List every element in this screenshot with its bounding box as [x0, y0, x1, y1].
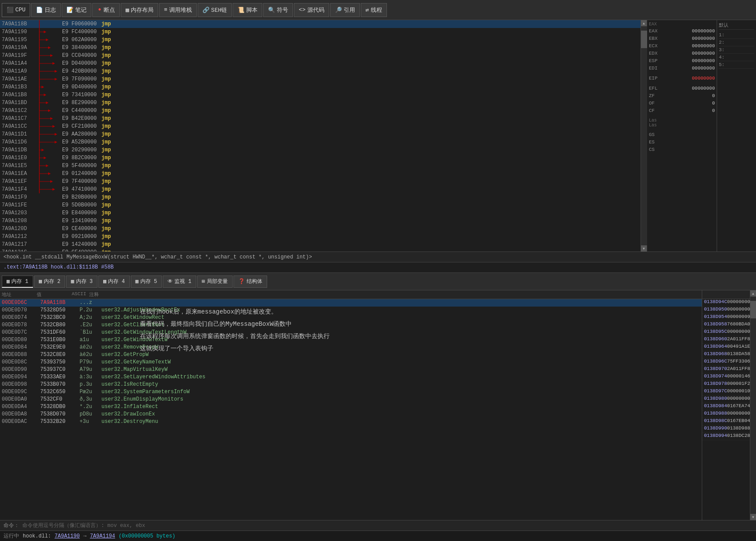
disasm-row[interactable]: 7A9A1203 E9 E8400000 jmp	[0, 209, 641, 217]
disasm-row[interactable]: 7A9A11A4 E9 D0400000 jmp	[0, 59, 641, 67]
mem-vscroll[interactable]: ▲ ▼	[750, 290, 756, 520]
disasm-vscroll[interactable]: ▲ ▼	[641, 20, 647, 251]
disasm-branch	[37, 20, 61, 28]
annot-val: 00000000	[727, 396, 750, 403]
scroll-thumb[interactable]	[641, 31, 647, 48]
mem-scroll-down[interactable]: ▼	[750, 514, 756, 520]
toolbar-seh-button[interactable]: 🔗 SEH链	[198, 3, 232, 17]
disasm-row[interactable]: 7A9A11D6 E9 A52B0000 jmp	[0, 138, 641, 146]
mem-row[interactable]: 00DE0D6C 7A9A118B ...z	[0, 299, 702, 307]
mem-row[interactable]: 00DE0DAC 75332B20 +3u user32.DestroyMenu	[0, 418, 702, 426]
toolbar-log-button[interactable]: 📄 日志	[31, 3, 61, 17]
mem-tab-2[interactable]: ▦ 内存 2	[34, 276, 66, 288]
disasm-row[interactable]: 7A9A11E0 E9 8B2C0000 jmp	[0, 154, 641, 162]
reg-es-name: ES	[649, 139, 666, 146]
disasm-row[interactable]: 7A9A119F E9 CC040000 jmp	[0, 52, 641, 59]
scroll-up-btn[interactable]: ▲	[641, 20, 647, 26]
mem-row[interactable]: 00DE0D9C 7532C650 Pæ2u user32.SystemPara…	[0, 388, 702, 396]
scroll-down-btn[interactable]: ▼	[641, 245, 647, 251]
mem-val-cell: 7538D070	[39, 411, 79, 418]
disasm-row[interactable]: 7A9A1217 E9 14240000 jmp	[0, 241, 641, 248]
toolbar-script-button[interactable]: 📜 脚本	[233, 3, 262, 17]
disasm-row[interactable]: 7A9A1212 E9 09210000 jmp	[0, 233, 641, 241]
disasm-row[interactable]: 7A9A11AE E9 7F090000 jmp	[0, 75, 641, 83]
mem-scroll-thumb[interactable]	[750, 301, 756, 318]
disasm-row[interactable]: 7A9A11D1 E9 AA280000 jmp	[0, 130, 641, 138]
disasm-row[interactable]: 7A9A1190 E9 FC400000 jmp	[0, 28, 641, 36]
toolbar-memlayout-button[interactable]: ▦ 内存布局	[121, 3, 158, 17]
mem-row[interactable]: 00DE0D94 75333AE0 à:3u user32.SetLayered…	[0, 373, 702, 381]
mem-row[interactable]: 00DE0DA8 7538D070 pD8u user32.DrawIconEx	[0, 411, 702, 418]
toolbar-notes-button[interactable]: 📝 笔记	[62, 3, 91, 17]
toolbar-refs-button[interactable]: 🔎 引用	[330, 3, 360, 17]
disasm-row[interactable]: 7A9A1208 E9 13410000 jmp	[0, 217, 641, 225]
disasm-row[interactable]: 7A9A11B8 E9 73410000 jmp	[0, 91, 641, 99]
status-addr2-link[interactable]: 7A9A1194	[90, 533, 115, 539]
mem-tab-1[interactable]: ▦ 内存 1	[2, 276, 33, 288]
status-line: 运行中 hook.dll: 7A9A1190 → 7A9A1194 (0x000…	[0, 531, 756, 541]
mem-val-cell: 75332B20	[39, 418, 79, 426]
toolbar-symbols-button[interactable]: 🔍 符号	[263, 3, 293, 17]
mem-scroll-track[interactable]	[750, 297, 756, 514]
status-addr1-link[interactable]: 7A9A1190	[55, 533, 80, 539]
reg-cf-val: 0	[712, 107, 715, 115]
toolbar-source-button[interactable]: <> 源代码	[294, 3, 329, 17]
mem-val-cell: 75323BC0	[39, 314, 79, 321]
reg-eax-val: 00000000	[692, 28, 715, 35]
disasm-operand	[120, 20, 641, 28]
disasm-row[interactable]: 7A9A120D E9 CE400000 jmp	[0, 225, 641, 233]
mem-row[interactable]: 00DE0D7C 7531DF60 `Blu user32.GetWindowT…	[0, 329, 702, 336]
mem-row[interactable]: 00DE0D90 753937C0 A79u user32.MapVirtual…	[0, 366, 702, 373]
disasm-addr: 7A9A11A9	[0, 67, 37, 75]
disasm-row[interactable]: 7A9A121C E9 CF400000 jmp	[0, 248, 641, 251]
mem-row[interactable]: 00DE0D98 7533B070 p.3u user32.IsRectEmpt…	[0, 381, 702, 388]
mem-tab-4[interactable]: ▦ 内存 4	[98, 276, 130, 288]
disasm-row[interactable]: 7A9A11C2 E9 C4400000 jmp	[0, 107, 641, 115]
disasm-row[interactable]: 7A9A1195 E9 062A0000 jmp	[0, 36, 641, 44]
mem-row[interactable]: 00DE0DA4 75328DB0 *.2u user32.InflateRec…	[0, 403, 702, 411]
disasm-row[interactable]: 7A9A11F4 E9 47410000 jmp	[0, 185, 641, 193]
mem-tab-struct[interactable]: ❓ 结构体	[233, 276, 267, 288]
mem-tab-locals[interactable]: ⊞ 局部变量	[197, 276, 233, 288]
disasm-scroll[interactable]: 7A9A118B E9 F0060000 jmp 7A9A1190 E9 FC4…	[0, 20, 641, 251]
mem-row[interactable]: 00DE0D78 7532CB80 .E2u user32.GetClientR…	[0, 321, 702, 329]
disasm-row[interactable]: 7A9A11DB E9 20290000 jmp	[0, 146, 641, 154]
mem-row[interactable]: 00DE0D70 75328D50 P.2u user32.AdjustWind…	[0, 307, 702, 314]
mem-row[interactable]: 00DE0D84 7532E9E0 áê2u user32.RemoveProp…	[0, 344, 702, 351]
disasm-row[interactable]: 7A9A11EF E9 7F400000 jmp	[0, 178, 641, 185]
disasm-row[interactable]: 7A9A11A9 E9 420B0000 jmp	[0, 67, 641, 75]
disasm-row[interactable]: 7A9A11E5 E9 5F400000 jmp	[0, 162, 641, 170]
toolbar-threads-button[interactable]: ⇄ 线程	[361, 3, 387, 17]
disasm-bytes: E9 7F400000	[61, 178, 101, 185]
toolbar-bp-button[interactable]: • 断点	[92, 3, 120, 17]
disasm-row[interactable]: 7A9A11BD E9 8E290000 jmp	[0, 99, 641, 107]
disasm-branch	[37, 217, 61, 225]
mem-tab-monitor[interactable]: 👁 监视 1	[163, 276, 196, 288]
disasm-area: 7A9A118B E9 F0060000 jmp 7A9A1190 E9 FC4…	[0, 20, 756, 252]
mem-row[interactable]: 00DE0D88 7532C8E0 àê2u user32.GetPropW	[0, 351, 702, 359]
mem-row[interactable]: 00DE0D8C 75393750 P79u user32.GetKeyName…	[0, 359, 702, 366]
mem-row[interactable]: 00DE0D80 7531E0B0 a1u user32.GetWindowTe…	[0, 336, 702, 344]
disasm-row[interactable]: 7A9A118B E9 F0060000 jmp	[0, 20, 641, 28]
mem-tab-5[interactable]: ▦ 内存 5	[131, 276, 162, 288]
toolbar-cpu-button[interactable]: ⬛ CPU	[2, 3, 30, 17]
disasm-addr: 7A9A1212	[0, 233, 37, 241]
disasm-operand	[120, 146, 641, 154]
disasm-row[interactable]: 7A9A11CC E9 CF210000 jmp	[0, 122, 641, 130]
disasm-row[interactable]: 7A9A119A E9 38400000 jmp	[0, 44, 641, 52]
mem-scroll[interactable]: 00DE0D6C 7A9A118B ...z 00DE0D70 75328D50…	[0, 299, 702, 520]
disasm-row[interactable]: 7A9A11FE E9 5D0B0000 jmp	[0, 201, 641, 209]
mem-scroll-up[interactable]: ▲	[750, 290, 756, 297]
annot-val: 0167EB04	[727, 418, 750, 425]
mem-tab-3[interactable]: ▦ 内存 3	[66, 276, 98, 288]
mem-row[interactable]: 00DE0D74 75323BC0 A;2u user32.GetWindowR…	[0, 314, 702, 321]
scroll-track[interactable]	[641, 26, 647, 245]
reg-eax-name: EAX	[649, 28, 666, 35]
mem-row[interactable]: 00DE0DA0 7532CF0 ð,3u user32.EnumDisplay…	[0, 396, 702, 403]
mem-tab-5-icon: ▦	[136, 278, 139, 285]
toolbar-callstack-button[interactable]: ≡ 调用堆栈	[159, 3, 197, 17]
disasm-row[interactable]: 7A9A11F9 E9 B20B0000 jmp	[0, 193, 641, 201]
disasm-row[interactable]: 7A9A11EA E9 01240000 jmp	[0, 170, 641, 178]
disasm-row[interactable]: 7A9A11B3 E9 0D400000 jmp	[0, 83, 641, 91]
disasm-row[interactable]: 7A9A11C7 E9 B42E0000 jmp	[0, 115, 641, 122]
